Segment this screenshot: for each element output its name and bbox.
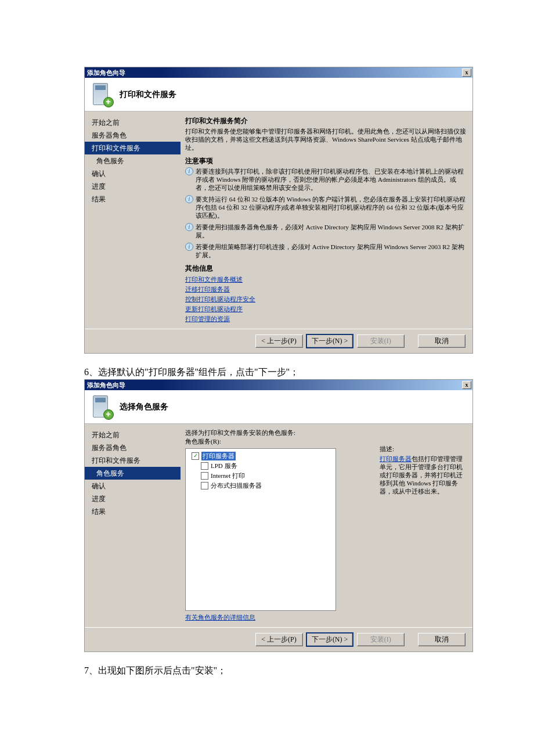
add-icon: [103, 409, 114, 420]
tree-item-print-server[interactable]: ✓ 打印服务器: [188, 451, 333, 461]
link-migrate[interactable]: 迁移打印服务器: [185, 285, 467, 294]
nav-progress[interactable]: 进度: [85, 492, 181, 505]
nav-role-services[interactable]: 角色服务: [85, 467, 181, 480]
description-panel: 描述: 打印服务器包括打印管理管理单元，它用于管理多台打印机或打印服务器，并将打…: [380, 445, 467, 495]
nav-before-begin[interactable]: 开始之前: [85, 116, 181, 129]
content-pane: 打印和文件服务简介 打印和文件服务使您能够集中管理打印服务器和网络打印机。使用此…: [181, 111, 472, 329]
tree-item-label: Internet 打印: [211, 471, 245, 480]
cancel-button[interactable]: 取消: [418, 633, 466, 646]
info-icon: i: [185, 243, 193, 251]
wizard-dialog-1: 添加角色向导 x 打印和文件服务 开始之前 服务器角色 打印和文件服务 角色服务…: [84, 67, 473, 354]
nav-server-roles[interactable]: 服务器角色: [85, 129, 181, 142]
nav-confirm[interactable]: 确认: [85, 167, 181, 180]
intro-heading: 打印和文件服务简介: [185, 116, 467, 126]
cancel-button[interactable]: 取消: [418, 334, 466, 348]
more-info-link[interactable]: 有关角色服务的详细信息: [185, 613, 255, 622]
header: 选择角色服务: [85, 390, 472, 424]
button-bar: < 上一步(P) 下一步(N) > 安装(I) 取消: [85, 329, 472, 353]
desc-link[interactable]: 打印服务器: [380, 455, 412, 462]
next-button[interactable]: 下一步(N) >: [306, 632, 353, 647]
other-heading: 其他信息: [185, 264, 467, 273]
content-pane: 选择为打印和文件服务安装的角色服务: 角色服务(R): ✓ 打印服务器 LPD …: [181, 424, 472, 627]
checkbox[interactable]: [201, 482, 208, 489]
tree-item-label: LPD 服务: [211, 462, 237, 470]
link-print-mgmt[interactable]: 打印管理的资源: [185, 314, 467, 324]
nav-before-begin[interactable]: 开始之前: [85, 429, 181, 441]
checkbox[interactable]: [201, 462, 208, 470]
header: 打印和文件服务: [85, 78, 472, 111]
page-title: 打印和文件服务: [120, 89, 176, 100]
server-icon: [91, 82, 114, 107]
window-title: 添加角色向导: [86, 69, 462, 77]
link-overview[interactable]: 打印和文件服务概述: [185, 275, 467, 285]
prompt-text: 选择为打印和文件服务安装的角色服务:: [185, 429, 467, 437]
nav-confirm[interactable]: 确认: [85, 480, 181, 492]
add-icon: [103, 97, 114, 107]
nav-results[interactable]: 结果: [85, 193, 181, 206]
titlebar: 添加角色向导 x: [85, 380, 472, 390]
nav-progress[interactable]: 进度: [85, 180, 181, 193]
nav-server-roles[interactable]: 服务器角色: [85, 441, 181, 454]
prev-button[interactable]: < 上一步(P): [255, 334, 303, 348]
note-item: i 要支持运行 64 位和 32 位版本的 Windows 的客户端计算机，您必…: [185, 195, 467, 219]
checkbox[interactable]: [201, 472, 208, 480]
nav-print-file[interactable]: 打印和文件服务: [85, 142, 181, 154]
checkbox[interactable]: ✓: [192, 452, 199, 460]
prev-button[interactable]: < 上一步(P): [255, 633, 303, 646]
intro-text: 打印和文件服务使您能够集中管理打印服务器和网络打印机。使用此角色，您还可以从网络…: [185, 127, 467, 152]
next-button[interactable]: 下一步(N) >: [306, 334, 353, 348]
tree-item-lpd[interactable]: LPD 服务: [188, 461, 333, 471]
tree-item-label: 分布式扫描服务器: [211, 481, 262, 490]
info-icon: i: [185, 195, 193, 203]
close-button[interactable]: x: [462, 69, 471, 77]
tree-item-internet-print[interactable]: Internet 打印: [188, 471, 333, 481]
install-button: 安装(I): [357, 334, 405, 348]
page-title: 选择角色服务: [120, 402, 168, 412]
link-driver-security[interactable]: 控制打印机驱动程序安全: [185, 294, 467, 304]
wizard-dialog-2: 添加角色向导 x 选择角色服务 开始之前 服务器角色 打印和文件服务 角色服务 …: [84, 379, 473, 652]
desc-label: 描述:: [380, 445, 467, 453]
note-item: i 若要连接到共享打印机，除非该打印机使用打印机驱动程序包、已安装在本地计算机上…: [185, 167, 467, 192]
nav-print-file[interactable]: 打印和文件服务: [85, 454, 181, 467]
note-item: i 若要使用扫描服务器角色服务，必须对 Active Directory 架构应…: [185, 223, 467, 239]
notes-heading: 注意事项: [185, 156, 467, 166]
tree-item-scan-server[interactable]: 分布式扫描服务器: [188, 481, 333, 491]
link-update-drivers[interactable]: 更新打印机驱动程序: [185, 304, 467, 314]
notes-list: i 若要连接到共享打印机，除非该打印机使用打印机驱动程序包、已安装在本地计算机上…: [185, 167, 467, 259]
window-title: 添加角色向导: [86, 381, 462, 390]
nav-sidebar: 开始之前 服务器角色 打印和文件服务 角色服务 确认 进度 结果: [85, 424, 181, 627]
info-icon: i: [185, 167, 193, 175]
button-bar: < 上一步(P) 下一步(N) > 安装(I) 取消: [85, 627, 472, 651]
close-button[interactable]: x: [462, 381, 471, 389]
install-button: 安装(I): [357, 633, 405, 646]
titlebar: 添加角色向导 x: [85, 67, 472, 78]
server-icon: [91, 394, 114, 420]
desc-text: 打印服务器包括打印管理管理单元，它用于管理多台打印机或打印服务器，并将打印机迁移…: [380, 455, 467, 495]
note-item: i 若要使用组策略部署打印机连接，必须对 Active Directory 架构…: [185, 243, 467, 259]
info-icon: i: [185, 223, 193, 231]
step-7-text: 7、出现如下图所示后点击"安装"；: [84, 665, 450, 677]
nav-results[interactable]: 结果: [85, 505, 181, 518]
links-block: 打印和文件服务概述 迁移打印服务器 控制打印机驱动程序安全 更新打印机驱动程序 …: [185, 275, 467, 324]
tree-item-label: 打印服务器: [201, 452, 236, 460]
role-services-tree[interactable]: ✓ 打印服务器 LPD 服务 Internet 打印 分布式扫描服务器: [185, 448, 336, 611]
nav-sidebar: 开始之前 服务器角色 打印和文件服务 角色服务 确认 进度 结果: [85, 111, 181, 329]
step-6-text: 6、选择默认的"打印服务器"组件后，点击"下一步"；: [84, 366, 450, 379]
nav-role-services[interactable]: 角色服务: [85, 154, 181, 167]
